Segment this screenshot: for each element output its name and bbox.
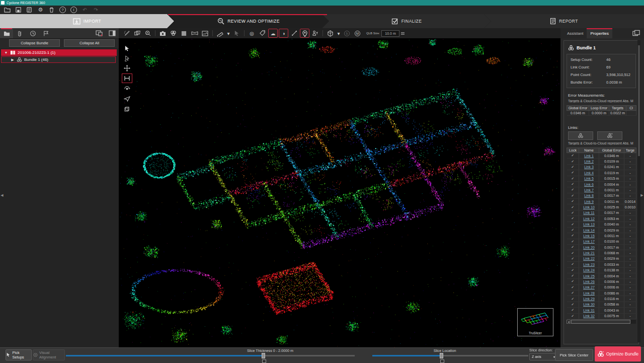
slice-location-handle[interactable] <box>440 353 443 358</box>
link-name[interactable]: Link 20 <box>583 246 595 249</box>
select-arrow-icon[interactable] <box>232 29 242 38</box>
orbit-icon[interactable] <box>122 84 132 93</box>
table-row[interactable]: ✓ Link 25 0.0004 m - <box>567 273 636 278</box>
delete-icon[interactable] <box>48 6 55 14</box>
link-name[interactable]: Link 30 <box>583 303 595 306</box>
lock-check[interactable]: ✓ <box>567 284 579 290</box>
table-row[interactable]: ✓ Link 8 0.0017 m - <box>567 193 636 198</box>
lock-check[interactable]: ✓ <box>567 250 579 256</box>
redo-icon[interactable]: ↷ <box>92 6 100 14</box>
lock-check[interactable]: ✓ <box>567 291 579 296</box>
link-name[interactable]: Link 23 <box>583 263 595 266</box>
link-name[interactable]: Link 27 <box>583 285 595 289</box>
link-name[interactable]: Link 21 <box>583 251 595 255</box>
column-header[interactable]: Loop Error <box>589 106 609 111</box>
lock-check[interactable]: ✓ <box>567 187 579 193</box>
table-row[interactable]: ✓ Link 12 0.0053 m - <box>567 216 636 222</box>
link-name[interactable]: Link 7 <box>584 188 594 192</box>
select-cursor-icon[interactable] <box>122 43 132 53</box>
lock-check[interactable]: ✓ <box>567 273 579 278</box>
lock-check[interactable]: ✓ <box>567 210 579 215</box>
bundle-cloud-b-icon[interactable]: b <box>342 29 352 38</box>
cube-view-icon[interactable] <box>122 104 132 113</box>
about-icon[interactable]: i <box>70 6 77 14</box>
link-name[interactable]: Link 29 <box>583 297 595 301</box>
slice-thickness-handle[interactable] <box>262 353 265 358</box>
link-name[interactable]: Link 31 <box>583 309 595 312</box>
target-icon[interactable]: ◎ <box>247 29 257 38</box>
pan-icon[interactable] <box>122 63 132 73</box>
vscroll-thumb[interactable] <box>638 45 640 156</box>
link-add-button[interactable] <box>568 131 593 140</box>
column-header-targets[interactable]: Targe <box>624 148 636 153</box>
table-row[interactable]: ✓ Link 21 0.0068 m - <box>567 250 636 256</box>
link-name[interactable]: Link 5 <box>584 177 594 180</box>
lock-check[interactable]: ✓ <box>567 245 579 250</box>
lock-check[interactable]: ✓ <box>567 302 579 307</box>
table-row[interactable]: ✓ Link 29 0.0116 m - <box>567 296 636 302</box>
lock-check[interactable]: ✓ <box>567 233 579 239</box>
settings-icon[interactable]: ⚙ <box>37 6 44 14</box>
table-row[interactable]: ✓ Link 4 0.0119 m - <box>567 170 636 176</box>
table-row[interactable]: ✓ Link 17 0.0100 m - <box>567 239 636 244</box>
right-panel-collapse-handle[interactable]: ▶ <box>640 191 644 199</box>
tab-links[interactable] <box>13 28 26 38</box>
lock-check[interactable]: ✓ <box>567 308 579 313</box>
lock-check[interactable]: ✓ <box>567 181 579 187</box>
tab-project-explorer[interactable] <box>0 28 13 38</box>
link-name[interactable]: Link 32 <box>583 314 595 318</box>
link-name[interactable]: Link 22 <box>583 257 595 260</box>
workflow-step-review-optimize[interactable]: REVIEW AND OPTIMIZE <box>168 14 329 28</box>
slice-location-marker[interactable] <box>440 359 444 363</box>
lock-check[interactable]: ✓ <box>567 267 579 273</box>
lock-check[interactable]: ✓ <box>567 199 579 204</box>
table-row[interactable]: ✓ Link 7 0.0011 m - <box>567 187 636 193</box>
visual-alignment-button[interactable]: Visual Alignment <box>33 349 65 360</box>
color-mode-icon[interactable] <box>169 29 178 38</box>
report-manager-icon[interactable] <box>26 6 33 14</box>
slice-tool-icon[interactable] <box>122 74 132 83</box>
help-icon[interactable]: ? <box>59 6 66 14</box>
contrast-icon[interactable]: ◑ <box>279 29 288 38</box>
table-row[interactable]: ✓ Link 6 0.0004 m - <box>567 181 636 187</box>
float-panel-icon[interactable] <box>93 28 106 38</box>
pick-cursor-icon[interactable] <box>122 53 132 63</box>
scroll-left-arrow[interactable]: ◀ <box>567 320 571 324</box>
tab-tags[interactable] <box>39 28 52 38</box>
line-measure-icon[interactable] <box>289 29 299 38</box>
lock-check[interactable]: ✓ <box>567 159 579 164</box>
workflow-step-report[interactable]: REPORT <box>484 14 644 28</box>
view-cube-icon[interactable] <box>326 29 335 38</box>
table-row[interactable]: ✓ Link 22 0.0029 m - <box>567 256 636 261</box>
open-project-icon[interactable] <box>4 6 11 14</box>
grayscale-mode-icon[interactable] <box>179 29 189 38</box>
lock-check[interactable]: ✓ <box>567 193 579 198</box>
tab-history[interactable] <box>26 28 39 38</box>
lock-check[interactable]: ✓ <box>567 279 579 284</box>
tree-item-bundle[interactable]: ▶ Bundle 1 (46) <box>1 56 116 63</box>
column-header-global-error[interactable]: Global Error <box>599 148 624 153</box>
table-row[interactable]: ✓ Link 11 0.0017 m - <box>567 210 636 215</box>
measure-icon[interactable] <box>215 29 225 38</box>
bundle-cloud-m-icon[interactable]: M <box>353 29 362 38</box>
link-name[interactable]: Link 2 <box>584 160 594 163</box>
lock-check[interactable]: ✓ <box>567 153 579 159</box>
tab-assistant[interactable]: Assistant <box>564 28 587 38</box>
column-header[interactable]: Targets <box>609 106 626 111</box>
link-name[interactable]: Link 3 <box>584 165 594 169</box>
lock-check[interactable]: ✓ <box>567 296 579 302</box>
table-row[interactable]: ✓ Link 28 0.0086 m - <box>567 291 636 296</box>
lock-check[interactable]: ✓ <box>567 204 579 210</box>
link-name[interactable]: Link 26 <box>583 280 595 283</box>
lock-check[interactable]: ✓ <box>567 176 579 181</box>
panel-layout-icon[interactable] <box>632 29 640 37</box>
slice-thickness-marker[interactable] <box>262 359 266 363</box>
tab-properties[interactable]: Properties <box>587 28 612 38</box>
workflow-step-finalize[interactable]: FINALIZE <box>322 14 491 28</box>
slice-direction-select[interactable]: Z axis ▾ <box>529 353 557 360</box>
lock-check[interactable]: ✓ <box>567 239 579 244</box>
table-row[interactable]: ✓ Link 24 0.0138 m - <box>567 267 636 273</box>
table-row[interactable]: ✓ Link 13 0.0040 m - <box>567 222 636 227</box>
caret-right-icon[interactable]: ▶ <box>11 58 15 62</box>
optimize-bundle-button[interactable]: Optimize Bundle <box>595 346 641 361</box>
